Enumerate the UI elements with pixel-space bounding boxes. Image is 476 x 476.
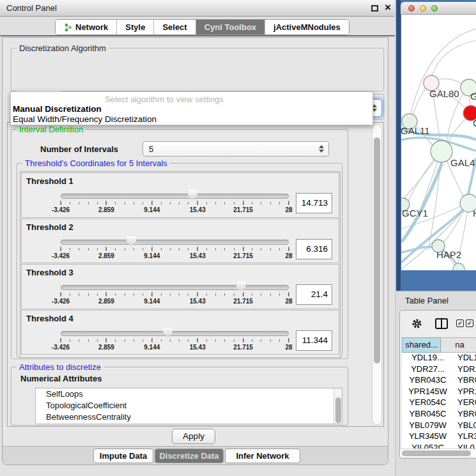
tick-label: 15.43 bbox=[190, 206, 206, 213]
slider-ticks bbox=[61, 339, 289, 342]
close-icon[interactable]: × bbox=[385, 1, 391, 14]
numerical-attributes-list[interactable]: SelfLoops TopologicalCoefficient Between… bbox=[35, 388, 342, 424]
threshold-value-field[interactable]: 21.4 bbox=[296, 284, 332, 305]
popup-option-equal-width-frequency[interactable]: Equal Width/Frequency Discretization bbox=[13, 114, 157, 124]
tab-network[interactable]: Network bbox=[56, 20, 117, 35]
threshold-slider[interactable]: -3.426 2.859 9.144 15.43 21.715 28 bbox=[61, 234, 289, 263]
tab-jactivemnodules[interactable]: jActiveMNodules bbox=[265, 20, 349, 35]
control-panel-window: Control Panel × Network Style Select bbox=[0, 0, 395, 476]
tab-infer-network[interactable]: Infer Network bbox=[225, 449, 300, 463]
apply-button[interactable]: Apply bbox=[172, 429, 215, 444]
node-label: HAP2 bbox=[436, 249, 461, 260]
tick-label: 2.859 bbox=[98, 298, 114, 305]
tick-label: 2.859 bbox=[98, 344, 114, 351]
tick-label: 9.144 bbox=[144, 298, 160, 305]
table-row[interactable]: YBL079WYBL0 bbox=[402, 420, 476, 432]
threshold-value-field[interactable]: 11.344 bbox=[296, 330, 332, 351]
num-intervals-label: Number of Intervals bbox=[40, 144, 118, 154]
slider-track[interactable] bbox=[61, 285, 289, 290]
table-row[interactable]: YIL052CYIL0 bbox=[402, 443, 476, 449]
list-item[interactable]: BetweennessCentrality bbox=[36, 411, 342, 423]
list-item[interactable]: SelfLoops bbox=[36, 388, 342, 400]
slider-thumb[interactable] bbox=[127, 236, 136, 247]
group-title: Threshold's Coordinates for 5 Intervals bbox=[22, 158, 170, 168]
tab-discretize-data[interactable]: Discretize Data bbox=[155, 449, 224, 463]
list-scrollbar-thumb[interactable] bbox=[335, 397, 341, 423]
horizontal-scrollbar[interactable] bbox=[400, 449, 476, 457]
tab-label: Select bbox=[162, 22, 187, 32]
threshold-slider[interactable]: -3.426 2.859 9.144 15.43 21.715 28 bbox=[61, 326, 289, 354]
tick-label: 2.859 bbox=[98, 252, 114, 259]
threshold-slider[interactable]: -3.426 2.859 9.144 15.43 21.715 28 bbox=[61, 188, 289, 217]
threshold-row: Threshold 4 -3.426 2.859 9.144 15.43 bbox=[21, 310, 339, 355]
table-toolbar: ✓ ✓ bbox=[400, 311, 476, 337]
list-scrollbar[interactable] bbox=[334, 388, 342, 424]
table-row[interactable]: YBR043CYBR0 bbox=[402, 375, 476, 387]
column-header-shared[interactable]: shared... bbox=[402, 337, 441, 353]
network-view-window: GAL80 G. C GAL11 GAL4 GCY1 H HAP2 bbox=[396, 0, 476, 291]
tick-label: 15.43 bbox=[190, 298, 206, 305]
group-title: Discretization Algorithm bbox=[17, 43, 109, 53]
slider-ticks bbox=[61, 293, 289, 296]
node-label: H bbox=[473, 208, 476, 219]
tick-label: 15.43 bbox=[190, 344, 206, 351]
threshold-value-field[interactable]: 14.713 bbox=[296, 193, 332, 213]
vertical-scrollbar-thumb[interactable] bbox=[374, 137, 380, 364]
column-header-name[interactable]: na bbox=[441, 337, 476, 353]
slider-thumb[interactable] bbox=[236, 281, 246, 292]
table-row[interactable]: YDL19...YDL1 bbox=[402, 353, 476, 364]
zoom-traffic-light-icon[interactable] bbox=[431, 5, 438, 12]
tab-select[interactable]: Select bbox=[154, 20, 196, 35]
tick-label: 28 bbox=[285, 252, 292, 259]
num-intervals-combobox[interactable]: 5 bbox=[142, 141, 329, 157]
table-row[interactable]: YER054CYER0 bbox=[402, 397, 476, 409]
node-label: GAL11 bbox=[401, 125, 430, 136]
table-row[interactable]: YBR045CYBR0 bbox=[402, 409, 476, 420]
threshold-label: Threshold 3 bbox=[26, 268, 73, 277]
table-row[interactable]: YLR345WYLR3 bbox=[402, 431, 476, 443]
tab-cyni-toolbox[interactable]: Cyni Toolbox bbox=[196, 20, 265, 35]
threshold-slider[interactable]: -3.426 2.859 9.144 15.43 21.715 28 bbox=[61, 280, 289, 308]
list-item[interactable]: TopologicalCoefficient bbox=[36, 400, 342, 411]
network-window-titlebar[interactable] bbox=[401, 2, 476, 15]
node-label: GCY1 bbox=[402, 208, 428, 219]
network-canvas[interactable]: GAL80 G. C GAL11 GAL4 GCY1 H HAP2 bbox=[401, 15, 476, 270]
network-icon bbox=[64, 23, 72, 32]
threshold-row: Threshold 1 -3.426 2.859 9.144 15.43 bbox=[21, 173, 339, 218]
checkbox-icon[interactable]: ✓ bbox=[456, 319, 464, 327]
threshold-row: Threshold 3 -3.426 2.859 9.144 15.43 bbox=[21, 264, 339, 309]
checkbox-icon[interactable]: ✓ bbox=[466, 319, 473, 327]
tab-group: Network Style Select Cyni Toolbox jActiv… bbox=[55, 19, 349, 35]
slider-thumb[interactable] bbox=[163, 327, 173, 338]
slider-ticks bbox=[61, 248, 289, 250]
horizontal-scrollbar-thumb[interactable] bbox=[402, 450, 471, 456]
table-row[interactable]: YPR145WYPR1 bbox=[402, 387, 476, 398]
float-window-icon[interactable] bbox=[371, 5, 378, 12]
gear-icon[interactable] bbox=[411, 318, 422, 329]
threshold-row: Threshold 2 -3.426 2.859 9.144 15.43 bbox=[21, 219, 339, 264]
close-traffic-light-icon[interactable] bbox=[408, 5, 415, 12]
tab-impute-data[interactable]: Impute Data bbox=[93, 449, 153, 463]
split-columns-icon[interactable] bbox=[435, 318, 448, 329]
table-row[interactable]: YDR27...YDR2 bbox=[402, 364, 476, 376]
control-panel-titlebar: Control Panel × bbox=[0, 0, 395, 17]
tick-label: 28 bbox=[285, 298, 292, 305]
slider-thumb[interactable] bbox=[188, 190, 197, 201]
slider-track[interactable] bbox=[61, 194, 289, 199]
numerical-attributes-label: Numerical Attributes bbox=[20, 374, 102, 383]
tab-style[interactable]: Style bbox=[117, 20, 154, 35]
slider-ticks bbox=[61, 202, 289, 204]
attributes-group: Attributes to discretize Numerical Attri… bbox=[11, 367, 348, 426]
minimize-traffic-light-icon[interactable] bbox=[420, 5, 426, 12]
popup-option-manual-discretization[interactable]: Manual Discretization bbox=[13, 104, 102, 114]
node-bottom[interactable] bbox=[453, 263, 464, 270]
settings-scroll-pane: Interval Definition Number of Intervals … bbox=[7, 122, 384, 427]
group-title: Interval Definition bbox=[17, 125, 86, 134]
tick-label: 28 bbox=[285, 344, 292, 351]
node-gal4[interactable] bbox=[431, 141, 452, 162]
slider-track[interactable] bbox=[61, 331, 289, 336]
threshold-value-field[interactable]: 6.316 bbox=[296, 239, 332, 259]
tick-label: 2.859 bbox=[98, 206, 114, 213]
vertical-scrollbar[interactable] bbox=[372, 124, 382, 425]
slider-track[interactable] bbox=[61, 240, 289, 245]
